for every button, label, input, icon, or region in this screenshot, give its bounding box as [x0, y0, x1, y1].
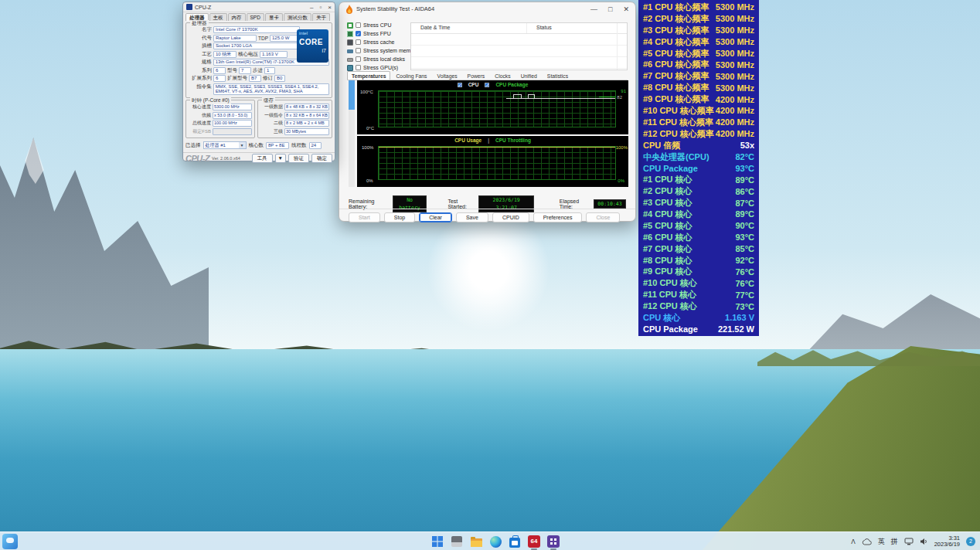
stress-checkbox[interactable]	[356, 22, 361, 28]
sensor-value: 4200 MHz	[716, 95, 754, 104]
cpuz-tab[interactable]: 内存	[228, 13, 246, 21]
sensor-value: 82°C	[735, 152, 754, 161]
close-icon[interactable]: ✕	[623, 5, 629, 13]
stress-option-row[interactable]: Stress cache	[347, 38, 418, 46]
taskbar-center: 64	[430, 532, 561, 550]
tools-dropdown-icon[interactable]: ▼	[275, 154, 286, 163]
start-button[interactable]	[430, 534, 445, 549]
cpu-series-checkbox[interactable]	[458, 83, 462, 87]
cpuz-tab[interactable]: 测试分数	[284, 13, 311, 21]
aida64-button[interactable]: Clear	[419, 212, 452, 222]
cpuz-tab[interactable]: 主板	[209, 13, 227, 21]
stress-options-list: Stress CPU Stress FPU Stress cache Stres…	[347, 21, 418, 72]
store-icon	[509, 538, 520, 548]
close-icon[interactable]: ×	[328, 4, 332, 11]
sensor-label: CPU 核心	[643, 312, 680, 324]
field-label: 线程数	[291, 142, 307, 149]
threads-value: 24	[309, 142, 322, 149]
ok-button[interactable]: 确定	[311, 154, 332, 163]
speaker-icon[interactable]	[920, 538, 928, 545]
sensor-row: #5 CPU 核心频率 5300 MHz	[643, 48, 754, 59]
aida64-titlebar[interactable]: System Stability Test - AIDA64 — □ ✕	[339, 2, 635, 15]
temperature-graph: CPU CPU Package 100°C 0°C 91 82	[357, 80, 628, 134]
aida64-tab[interactable]: Powers	[463, 71, 490, 80]
sensor-label: #9 CPU 核心	[643, 266, 692, 277]
ime-mode-indicator[interactable]: 拼	[891, 537, 898, 547]
edge-button[interactable]	[488, 534, 503, 549]
cpuz-titlebar[interactable]: CPU-Z – ▫ ×	[183, 2, 335, 12]
validate-button[interactable]: 验证	[288, 154, 309, 163]
y-axis-min: 0%	[366, 178, 373, 183]
stress-icon	[347, 65, 353, 71]
cpu-package-series-checkbox[interactable]	[485, 83, 489, 87]
sensor-label: #6 CPU 核心频率	[643, 59, 709, 70]
aida64-tab[interactable]: Voltages	[433, 71, 462, 80]
taskbar-clock[interactable]: 3:31 2023/6/19	[934, 535, 960, 548]
aida64-tab[interactable]: Clocks	[490, 71, 515, 80]
aida64-button[interactable]: Close	[586, 212, 620, 222]
aida64-button[interactable]: Stop	[384, 212, 415, 222]
graph-scrollbar-thumb[interactable]	[349, 80, 355, 110]
tray-overflow-chevron-icon[interactable]: ᐱ	[851, 538, 855, 545]
aida64-window-title: System Stability Test - AIDA64	[356, 5, 587, 12]
cpuz-version: Ver. 2.06.0.x64	[212, 156, 249, 161]
onedrive-cloud-icon[interactable]	[862, 538, 872, 545]
cpuz-tab[interactable]: SPD	[247, 13, 264, 21]
aida64-button[interactable]: CPUID	[492, 212, 529, 222]
task-view-button[interactable]	[449, 534, 464, 549]
stress-checkbox[interactable]	[356, 39, 361, 45]
aida64-tab[interactable]: Cooling Fans	[391, 71, 431, 80]
aida64-tab[interactable]: Statistics	[543, 71, 573, 80]
instructions-value: MMX, SSE, SSE2, SSE3, SSSE3, SSE4.1, SSE…	[213, 83, 329, 95]
model-value: 7	[239, 67, 251, 74]
processor-select[interactable]: 处理器 #1 ▼	[203, 141, 247, 149]
maximize-icon[interactable]: ▫	[319, 4, 322, 11]
stress-checkbox[interactable]	[356, 31, 361, 36]
log-column-datetime[interactable]: Date & Time	[411, 23, 527, 33]
cpuz-tab[interactable]: 关于	[312, 13, 330, 21]
sensor-label: #3 CPU 核心频率	[643, 25, 709, 36]
cores-value: 8P + 8E	[266, 142, 289, 149]
aida64-taskbar-button[interactable]: 64	[526, 534, 542, 549]
microsoft-store-button[interactable]	[507, 534, 522, 549]
stress-option-row[interactable]: Stress system memory	[347, 46, 418, 55]
cpuz-window: CPU-Z – ▫ × 处理器 主板 内存 SPD 显卡 测试分数 关于 处理器…	[182, 2, 335, 161]
notification-badge[interactable]: 2	[966, 537, 975, 546]
sensor-label: #10 CPU 核心	[643, 277, 697, 289]
minimize-icon[interactable]: –	[310, 4, 313, 11]
ime-language-indicator[interactable]: 英	[878, 537, 885, 547]
stress-checkbox[interactable]	[356, 56, 361, 62]
y-axis-max: 100°C	[360, 90, 373, 94]
aida64-tab[interactable]: Temperatures	[347, 71, 390, 80]
rated-fsb-value	[213, 128, 252, 135]
test-started-label: Test Started:	[447, 199, 474, 209]
widgets-icon[interactable]	[2, 534, 18, 549]
stress-checkbox[interactable]	[356, 48, 361, 53]
stress-option-row[interactable]: Stress local disks	[347, 55, 418, 63]
sensor-value: 221.52 W	[718, 324, 754, 334]
tools-button[interactable]: 工具	[252, 154, 273, 163]
aida64-button[interactable]: Start	[349, 212, 380, 222]
log-table-scroll-track[interactable]	[617, 23, 618, 70]
graph-scrollbar[interactable]	[349, 80, 355, 187]
cpuz-tab[interactable]: 显卡	[265, 13, 283, 21]
stress-option-row[interactable]: Stress FPU	[347, 29, 418, 38]
sensor-value: 86°C	[735, 187, 754, 196]
minimize-icon[interactable]: —	[590, 5, 597, 13]
aida64-button[interactable]: Preferences	[533, 212, 583, 222]
network-icon[interactable]	[904, 538, 914, 545]
maximize-icon[interactable]: □	[608, 5, 612, 13]
sensor-label: #8 CPU 核心频率	[643, 82, 709, 93]
stress-checkbox[interactable]	[356, 65, 361, 70]
chevron-down-icon[interactable]: ▼	[239, 142, 246, 148]
aida64-tab[interactable]: Unified	[516, 71, 542, 80]
aida64-sensor-panel: #1 CPU 核心频率 5300 MHz #2 CPU 核心频率 5300 MH…	[638, 0, 759, 336]
cpuz-taskbar-button[interactable]	[546, 534, 561, 549]
sensor-value: 1.163 V	[725, 313, 754, 322]
sensor-label: #9 CPU 核心频率	[643, 93, 709, 105]
stress-option-row[interactable]: Stress CPU	[347, 21, 418, 29]
file-explorer-button[interactable]	[468, 534, 484, 549]
aida64-button[interactable]: Save	[456, 212, 488, 222]
log-column-status[interactable]: Status	[527, 23, 552, 33]
badge-brand: intel	[299, 31, 326, 36]
